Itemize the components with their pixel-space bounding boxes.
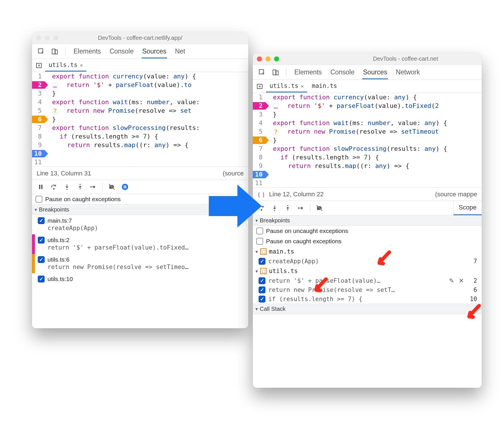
pause-on-exceptions-icon[interactable]	[119, 181, 131, 193]
close-icon[interactable]: ✕	[301, 83, 304, 89]
checkbox[interactable]	[38, 276, 45, 282]
navigator-toggle-icon[interactable]	[255, 81, 265, 92]
line-number: 2	[469, 277, 477, 284]
pause-on-caught-option[interactable]: Pause on caught exceptions	[253, 236, 482, 246]
edit-icon[interactable]: ✎	[449, 277, 454, 284]
svg-rect-12	[125, 185, 126, 189]
traffic-close[interactable]	[257, 56, 262, 62]
panel-tab-elements[interactable]: Elements	[73, 45, 102, 58]
call-stack-header[interactable]: Call Stack	[253, 304, 482, 314]
checkbox[interactable]	[38, 237, 45, 244]
traffic-min[interactable]	[265, 56, 271, 62]
gutter[interactable]: 1234567891011	[253, 93, 269, 187]
breakpoint-code: createApp(App)	[268, 258, 466, 265]
divider	[65, 48, 66, 56]
breakpoint-item[interactable]: createApp(App)7	[253, 257, 482, 266]
code-editor[interactable]: 1234567891011 export function currency(v…	[253, 93, 482, 187]
step-over-icon[interactable]	[47, 181, 60, 193]
scope-tab[interactable]: Scope	[453, 201, 482, 215]
breakpoints-header[interactable]: Breakpoints	[253, 215, 482, 226]
svg-point-10	[122, 184, 128, 190]
gutter[interactable]: 1234567891011	[32, 72, 48, 167]
step-out-icon[interactable]	[281, 202, 294, 214]
panel-tab-network[interactable]: Network	[395, 66, 420, 79]
breakpoint-item[interactable]: if (results.length >= 7) {10	[253, 294, 482, 304]
status-bar: Line 13, Column 31 (source	[32, 167, 248, 180]
file-tab[interactable]: utils.ts✕	[266, 80, 307, 92]
panel-tab-console[interactable]: Console	[330, 66, 355, 79]
deactivate-breakpoints-icon[interactable]	[106, 181, 118, 193]
checkbox[interactable]	[259, 258, 265, 265]
svg-rect-4	[39, 185, 40, 189]
file-tab-label: utils.ts	[269, 82, 298, 89]
source-map-status: (source mappe	[435, 191, 477, 198]
step-icon[interactable]	[87, 181, 100, 193]
svg-rect-11	[124, 185, 125, 189]
inspect-icon[interactable]	[35, 46, 47, 57]
remove-icon[interactable]: ✕	[457, 277, 466, 284]
breakpoint-code: return new Promise(resolve => setTimeo…	[47, 264, 244, 270]
breakpoint-item[interactable]: return '$' + parseFloat(value)…✎✕2	[253, 276, 482, 285]
breakpoint-code: return new Promise(resolve => setT…	[268, 286, 466, 293]
checkbox[interactable]	[259, 277, 265, 284]
pause-on-uncaught-option[interactable]: Pause on uncaught exceptions	[253, 226, 482, 236]
file-tab[interactable]: utils.ts✕	[45, 59, 86, 72]
option-label: Pause on caught exceptions	[45, 196, 121, 203]
file-tab[interactable]: main.ts	[308, 80, 341, 92]
devtools-toolbar: ElementsConsoleSourcesNet	[32, 44, 248, 59]
svg-point-20	[298, 207, 299, 209]
navigator-toggle-icon[interactable]	[34, 60, 44, 71]
checkbox[interactable]	[259, 286, 265, 293]
breakpoint-code: return '$' + parseFloat(value).toFixed…	[47, 244, 244, 251]
step-icon[interactable]	[295, 202, 307, 214]
checkbox[interactable]	[35, 196, 42, 203]
file-name: main.ts	[269, 248, 294, 255]
step-into-icon[interactable]	[61, 181, 73, 193]
checkbox[interactable]	[256, 238, 263, 245]
breakpoint-item[interactable]: utils.ts:2return '$' + parseFloat(value)…	[32, 234, 248, 254]
code-editor[interactable]: 1234567891011 export function currency(v…	[32, 72, 248, 167]
breakpoint-code: return '$' + parseFloat(value)…	[268, 277, 446, 284]
breakpoint-file-group[interactable]: ⬚main.ts	[253, 246, 482, 257]
panel-tab-sources[interactable]: Sources	[362, 66, 388, 79]
panel-tab-console[interactable]: Console	[109, 45, 134, 58]
breakpoint-file-group[interactable]: ⬚utils.ts	[253, 266, 482, 276]
line-number: 7	[469, 258, 477, 265]
devtools-window-right: DevTools - coffee-cart.net ElementsConso…	[253, 53, 482, 388]
source-code[interactable]: export function currency(value: any) {… …	[48, 72, 200, 167]
debugger-toolbar	[253, 201, 453, 215]
file-tabs: utils.ts✕	[32, 59, 248, 72]
source-code[interactable]: export function currency(value: any) {… …	[269, 93, 447, 187]
traffic-max[interactable]	[274, 56, 279, 62]
file-icon: ⬚	[260, 268, 267, 274]
pause-icon[interactable]	[34, 181, 47, 193]
panel-tab-sources[interactable]: Sources	[142, 45, 167, 58]
breakpoint-item[interactable]: utils.ts:6return new Promise(resolve => …	[32, 254, 248, 273]
traffic-min[interactable]	[45, 35, 50, 41]
traffic-close[interactable]	[36, 35, 41, 41]
traffic-max[interactable]	[53, 35, 58, 41]
window-title: DevTools - coffee-cart.netlify.app/	[32, 35, 248, 41]
cursor-position: Line 12, Column 22	[269, 191, 324, 198]
svg-point-19	[287, 205, 288, 206]
file-tab-label: utils.ts	[49, 62, 78, 68]
panel-tab-elements[interactable]: Elements	[294, 66, 322, 79]
breakpoint-title: utils.ts:6	[47, 256, 244, 263]
breakpoint-item[interactable]: return new Promise(resolve => setT…6	[253, 285, 482, 294]
device-toggle-icon[interactable]	[49, 46, 61, 57]
device-toggle-icon[interactable]	[270, 67, 281, 78]
inspect-icon[interactable]	[256, 67, 268, 78]
deactivate-breakpoints-icon[interactable]	[313, 202, 326, 214]
breakpoints-groups: ⬚main.tscreateApp(App)7⬚utils.tsreturn '…	[253, 246, 482, 304]
option-label: Pause on uncaught exceptions	[266, 228, 348, 234]
step-out-icon[interactable]	[74, 181, 86, 193]
checkbox[interactable]	[38, 217, 45, 224]
panel-tab-net[interactable]: Net	[174, 45, 186, 58]
breakpoint-code: if (results.length >= 7) {	[268, 296, 466, 303]
highlight-arrow-icon	[463, 303, 483, 324]
step-into-icon[interactable]	[268, 202, 281, 214]
close-icon[interactable]: ✕	[80, 62, 83, 68]
checkbox[interactable]	[38, 256, 45, 263]
breakpoint-item[interactable]: utils.ts:10	[32, 273, 248, 285]
checkbox[interactable]	[259, 296, 265, 303]
